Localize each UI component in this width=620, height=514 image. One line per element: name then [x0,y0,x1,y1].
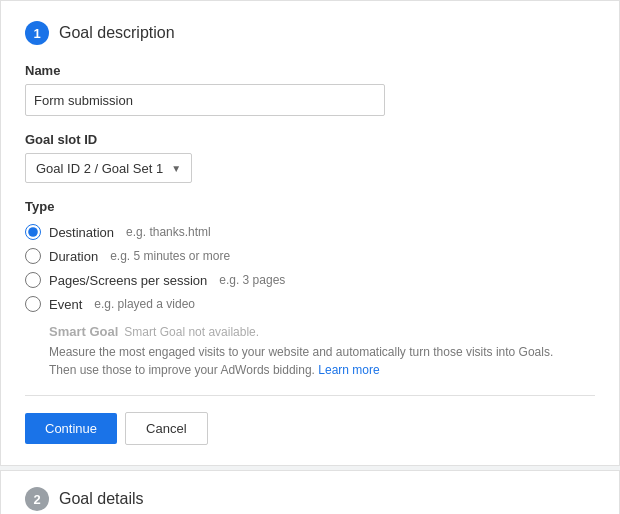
action-buttons: Continue Cancel [25,412,595,445]
smart-goal-header: Smart Goal Smart Goal not available. [49,324,259,339]
smart-goal-title: Smart Goal [49,324,118,339]
radio-pages-label: Pages/Screens per session [49,273,207,288]
smart-goal-desc-text: Measure the most engaged visits to your … [49,345,553,377]
radio-duration-hint: e.g. 5 minutes or more [110,249,230,263]
goal-slot-value: Goal ID 2 / Goal Set 1 [36,161,163,176]
radio-event-label: Event [49,297,82,312]
step2-circle: 2 [25,487,49,511]
type-label: Type [25,199,595,214]
radio-event[interactable]: Event e.g. played a video [25,296,595,312]
continue-button[interactable]: Continue [25,413,117,444]
radio-pages[interactable]: Pages/Screens per session e.g. 3 pages [25,272,595,288]
radio-duration-input[interactable] [25,248,41,264]
radio-duration[interactable]: Duration e.g. 5 minutes or more [25,248,595,264]
goal-slot-dropdown[interactable]: Goal ID 2 / Goal Set 1 ▼ [25,153,192,183]
smart-goal-not-available: Smart Goal not available. [124,325,259,339]
cancel-button[interactable]: Cancel [125,412,207,445]
name-field-group: Name [25,63,595,116]
goal-slot-label: Goal slot ID [25,132,595,147]
smart-goal-desc: Measure the most engaged visits to your … [49,343,569,379]
goal-slot-group: Goal slot ID Goal ID 2 / Goal Set 1 ▼ [25,132,595,183]
radio-event-input[interactable] [25,296,41,312]
type-group: Type Destination e.g. thanks.html Durati… [25,199,595,379]
radio-destination-label: Destination [49,225,114,240]
goal-description-section: 1 Goal description Name Goal slot ID Goa… [0,0,620,466]
smart-goal-group: Smart Goal Smart Goal not available. Mea… [49,324,595,379]
chevron-down-icon: ▼ [171,163,181,174]
name-input[interactable] [25,84,385,116]
step1-number: 1 [33,26,40,41]
radio-destination[interactable]: Destination e.g. thanks.html [25,224,595,240]
goal-details-section: 2 Goal details [0,470,620,514]
radio-duration-label: Duration [49,249,98,264]
type-radio-group: Destination e.g. thanks.html Duration e.… [25,224,595,312]
smart-goal-learn-link[interactable]: Learn more [318,363,379,377]
radio-pages-input[interactable] [25,272,41,288]
radio-event-hint: e.g. played a video [94,297,195,311]
radio-destination-hint: e.g. thanks.html [126,225,211,239]
step1-circle: 1 [25,21,49,45]
radio-pages-hint: e.g. 3 pages [219,273,285,287]
step2-title: Goal details [59,490,144,508]
step2-number: 2 [33,492,40,507]
step1-title: Goal description [59,24,175,42]
step1-header: 1 Goal description [25,21,595,45]
step2-header: 2 Goal details [25,487,595,511]
divider [25,395,595,396]
name-label: Name [25,63,595,78]
radio-destination-input[interactable] [25,224,41,240]
